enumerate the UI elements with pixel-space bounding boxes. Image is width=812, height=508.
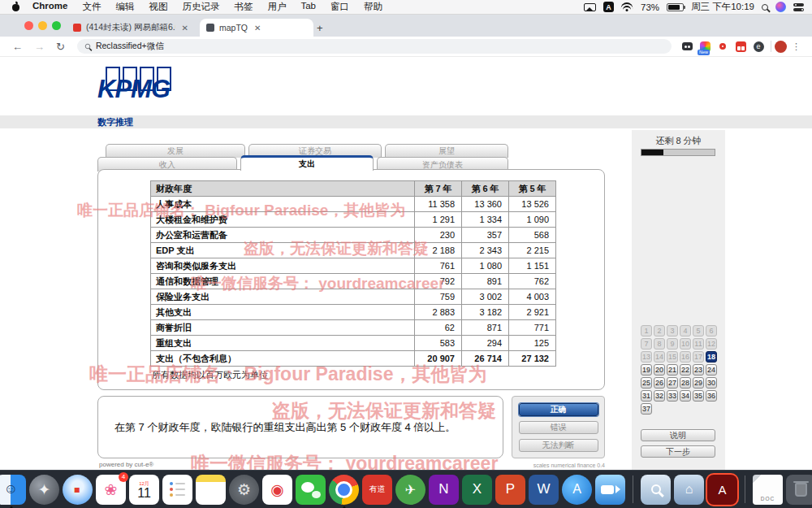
question-nav-27[interactable]: 27 (667, 377, 678, 389)
dock-app-store[interactable]: A (562, 475, 592, 505)
tab-支出[interactable]: 支出 (240, 155, 374, 171)
question-nav-25[interactable]: 25 (641, 377, 652, 389)
menubar-item-4[interactable]: 视图 (149, 1, 167, 13)
question-nav-31[interactable]: 31 (641, 390, 652, 402)
dock-video-call-app[interactable] (595, 475, 625, 505)
dock-doc-file[interactable]: DOC (753, 475, 783, 505)
forward-button[interactable]: → (34, 41, 45, 53)
zoom-window-button[interactable] (52, 21, 61, 30)
question-nav-24[interactable]: 24 (706, 364, 717, 376)
col-header-1: 财政年度 (151, 181, 415, 197)
dock-paper-plane-app[interactable]: ✈ (395, 475, 425, 505)
apple-menu-icon[interactable] (11, 2, 20, 11)
dock-baidu-netdisk[interactable]: ◉ (262, 475, 292, 505)
tab-maptq[interactable]: mapTQ ✕ (200, 19, 313, 37)
glasses-extension[interactable] (681, 41, 693, 52)
colorful-extension[interactable]: New (699, 41, 710, 52)
menubar-clock[interactable]: 周三 下午10:19 (691, 1, 754, 13)
wifi-icon[interactable] (621, 2, 633, 11)
chrome-menu-icon[interactable]: ⋮ (792, 41, 801, 52)
answer-panel: 正确错误无法判断 (512, 396, 605, 458)
dock-chrome[interactable] (329, 475, 359, 505)
answer-button-错误[interactable]: 错误 (519, 421, 598, 434)
question-nav-22[interactable]: 22 (680, 364, 691, 376)
question-nav-30[interactable]: 30 (706, 377, 717, 389)
opera-extension[interactable] (717, 41, 728, 52)
cell-value: 230 (415, 228, 462, 243)
close-tab-icon[interactable]: ✕ (254, 24, 261, 33)
menubar-item-9[interactable]: 窗口 (330, 1, 349, 13)
screen-mirroring-icon[interactable] (584, 3, 596, 11)
dock-youdao[interactable]: 有道 (362, 475, 392, 505)
menubar-item-2[interactable]: 文件 (82, 1, 101, 13)
siri-icon[interactable] (775, 2, 786, 12)
dock-reminders[interactable] (162, 475, 192, 505)
close-tab-icon[interactable]: ✕ (182, 24, 188, 33)
table-row: EDP 支出2 1882 3432 215 (151, 243, 556, 258)
reload-button[interactable]: ↻ (56, 41, 65, 53)
new-tab-button[interactable]: + (317, 22, 323, 34)
col-header-2: 第 7 年 (415, 181, 462, 197)
table-body: 人事成本11 35813 36013 526大楼租金和维护费1 2911 334… (151, 197, 556, 367)
dock-trash[interactable] (786, 475, 812, 505)
address-bar[interactable]: Reclassified+微信 (77, 39, 672, 54)
spotlight-icon[interactable] (762, 4, 768, 11)
question-nav-14: 14 (654, 351, 665, 363)
close-window-button[interactable] (24, 21, 33, 30)
cell-label: EDP 支出 (151, 243, 415, 258)
question-nav-34[interactable]: 34 (680, 390, 691, 402)
input-source-icon[interactable]: A (603, 2, 614, 12)
question-nav-28[interactable]: 28 (680, 377, 691, 389)
menubar-item-8[interactable]: Tab (300, 1, 316, 13)
dock-excel[interactable]: X (462, 475, 492, 505)
question-nav-35[interactable]: 35 (693, 390, 704, 402)
instructions-button[interactable]: 说明 (641, 429, 715, 441)
menubar-item-5[interactable]: 历史记录 (182, 1, 219, 13)
dock-launchpad[interactable]: ✦ (29, 475, 59, 505)
tab-展望[interactable]: 展望 (385, 144, 508, 158)
menubar-item-1[interactable]: Chrome (32, 1, 67, 13)
dock-tower-folder[interactable]: ⌂ (674, 475, 704, 505)
dock-word[interactable]: W (529, 475, 559, 505)
tab-netease-mail[interactable]: (414封未读) 网易邮箱6.0版 ✕ (67, 19, 195, 37)
dock-safari[interactable]: ◆ (63, 475, 93, 505)
question-nav-36[interactable]: 36 (706, 390, 717, 402)
question-nav-21[interactable]: 21 (667, 364, 678, 376)
total-value: 26 714 (462, 351, 509, 367)
dock-photos[interactable]: ❀4 (96, 475, 126, 505)
question-nav-23[interactable]: 23 (693, 364, 704, 376)
answer-button-正确[interactable]: 正确 (519, 403, 598, 416)
question-nav-26[interactable]: 26 (654, 377, 665, 389)
question-nav-33[interactable]: 33 (667, 390, 678, 402)
question-nav-37[interactable]: 37 (641, 403, 652, 415)
next-button[interactable]: 下一步 (641, 445, 715, 458)
dock-wechat[interactable] (296, 475, 326, 505)
question-nav-32[interactable]: 32 (654, 390, 665, 402)
cell-value: 357 (462, 228, 509, 243)
dock-system-preferences[interactable]: ⚙ (229, 475, 259, 505)
dock-calendar[interactable]: 12月11 (129, 475, 159, 505)
question-nav-19[interactable]: 19 (641, 364, 652, 376)
menubar-item-10[interactable]: 帮助 (364, 1, 382, 13)
profile-avatar[interactable] (775, 41, 787, 53)
answer-button-无法判断[interactable]: 无法判断 (519, 439, 598, 452)
dock-adobe-acrobat[interactable]: A (707, 475, 737, 505)
question-nav-20[interactable]: 20 (654, 364, 665, 376)
question-nav-18[interactable]: 18 (706, 351, 717, 363)
tab-发展[interactable]: 发展 (106, 144, 245, 158)
dock-onenote[interactable]: N (429, 475, 459, 505)
control-center-icon[interactable] (793, 3, 804, 11)
new-badge: New (698, 50, 710, 55)
dock-powerpoint[interactable]: P (495, 475, 525, 505)
minimize-window-button[interactable] (38, 21, 47, 30)
back-button[interactable]: ← (12, 41, 23, 53)
red-grid-extension[interactable] (735, 41, 746, 52)
menubar-item-6[interactable]: 书签 (234, 1, 253, 13)
dock-preview[interactable] (641, 475, 671, 505)
e-extension[interactable]: e (753, 41, 764, 52)
dock-notes[interactable] (196, 475, 226, 505)
dock-finder[interactable]: ☺ (0, 475, 26, 505)
menubar-item-3[interactable]: 编辑 (115, 1, 134, 13)
question-nav-29[interactable]: 29 (693, 377, 704, 389)
menubar-item-7[interactable]: 用户 (267, 1, 286, 13)
